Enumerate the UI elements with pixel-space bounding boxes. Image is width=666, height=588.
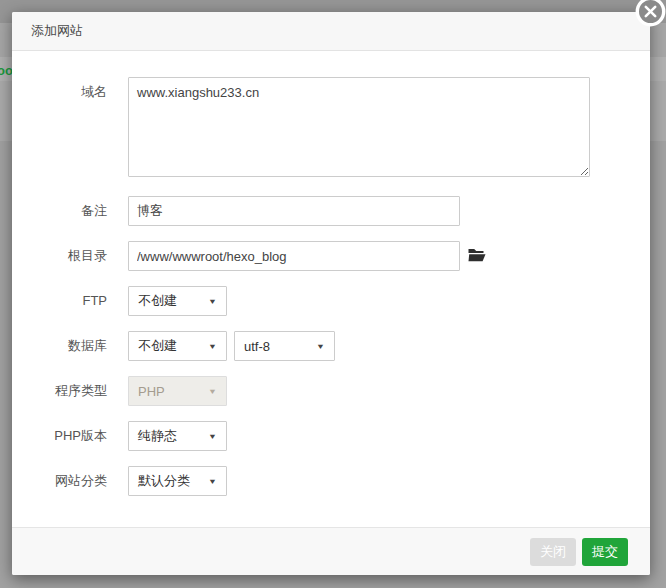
- php-version-select[interactable]: 纯静态 ▼: [128, 421, 227, 451]
- dialog-title: 添加网站: [31, 23, 83, 38]
- domain-textarea[interactable]: www.xiangshu233.cn: [128, 77, 590, 177]
- site-category-label: 网站分类: [12, 466, 107, 496]
- site-type-label: 程序类型: [12, 376, 107, 406]
- dialog-close-x-button[interactable]: [634, 0, 666, 28]
- charset-select-value: utf-8: [244, 339, 270, 354]
- domain-row: 域名 www.xiangshu233.cn: [12, 77, 650, 177]
- charset-select[interactable]: utf-8 ▼: [234, 331, 335, 361]
- ftp-select[interactable]: 不创建 ▼: [128, 286, 227, 316]
- root-dir-label: 根目录: [12, 241, 107, 271]
- root-dir-row: 根目录: [12, 241, 650, 271]
- database-select[interactable]: 不创建 ▼: [128, 331, 227, 361]
- close-icon: [634, 16, 666, 31]
- dialog-footer: 关闭 提交: [12, 527, 650, 575]
- database-row: 数据库 不创建 ▼ utf-8 ▼: [12, 331, 650, 361]
- close-button[interactable]: 关闭: [530, 538, 576, 566]
- site-category-row: 网站分类 默认分类 ▼: [12, 466, 650, 496]
- chevron-down-icon: ▼: [316, 342, 325, 351]
- root-dir-input[interactable]: [128, 241, 460, 271]
- php-version-row: PHP版本 纯静态 ▼: [12, 421, 650, 451]
- add-website-dialog: 添加网站 域名 www.xiangshu233.cn 备注 根目录: [12, 12, 650, 575]
- site-type-row: 程序类型 PHP ▼: [12, 376, 650, 406]
- database-select-value: 不创建: [138, 337, 177, 355]
- site-category-select[interactable]: 默认分类 ▼: [128, 466, 227, 496]
- site-type-select: PHP ▼: [128, 376, 227, 406]
- background-clipped-path-text: oo: [0, 63, 13, 78]
- chevron-down-icon: ▼: [208, 477, 217, 486]
- chevron-down-icon: ▼: [208, 387, 217, 396]
- domain-label: 域名: [12, 77, 107, 107]
- remark-label: 备注: [12, 196, 107, 226]
- remark-row: 备注: [12, 196, 650, 226]
- php-version-select-value: 纯静态: [138, 427, 177, 445]
- database-label: 数据库: [12, 331, 107, 361]
- dialog-body: 域名 www.xiangshu233.cn 备注 根目录: [12, 51, 650, 496]
- ftp-select-value: 不创建: [138, 292, 177, 310]
- dialog-header: 添加网站: [12, 12, 650, 51]
- modal-backdrop: oo 添加网站 域名 www.xiangshu233.cn 备注 根目录: [0, 0, 666, 588]
- site-category-select-value: 默认分类: [138, 472, 190, 490]
- ftp-row: FTP 不创建 ▼: [12, 286, 650, 316]
- php-version-label: PHP版本: [12, 421, 107, 451]
- submit-button[interactable]: 提交: [582, 538, 628, 566]
- folder-icon: [468, 248, 486, 265]
- site-type-select-value: PHP: [138, 384, 165, 399]
- remark-input[interactable]: [128, 196, 460, 226]
- ftp-label: FTP: [12, 286, 107, 316]
- chevron-down-icon: ▼: [208, 297, 217, 306]
- chevron-down-icon: ▼: [208, 342, 217, 351]
- browse-folder-button[interactable]: [468, 241, 486, 271]
- chevron-down-icon: ▼: [208, 432, 217, 441]
